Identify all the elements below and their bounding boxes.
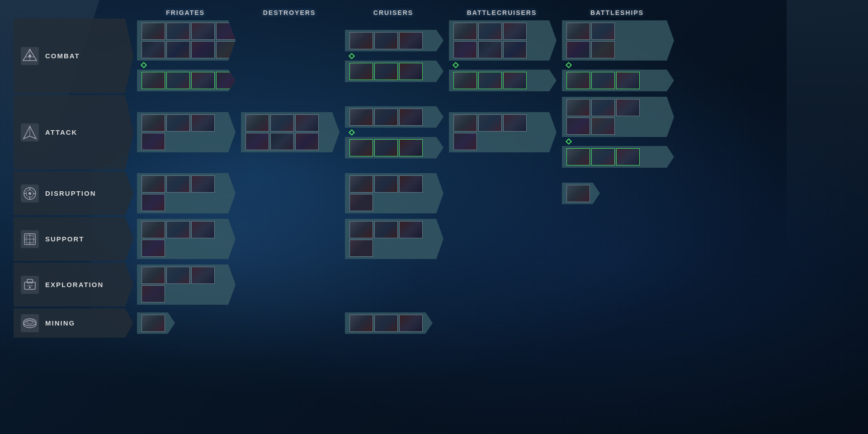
- ship-thumb[interactable]: [270, 133, 294, 150]
- ship-thumb[interactable]: [166, 175, 190, 193]
- ship-thumb[interactable]: [478, 114, 502, 132]
- ship-thumb[interactable]: [216, 41, 240, 58]
- ship-thumb[interactable]: [503, 72, 527, 89]
- ship-thumb[interactable]: [191, 114, 215, 132]
- ship-thumb[interactable]: [166, 41, 190, 58]
- ship-thumb[interactable]: [566, 185, 590, 202]
- ship-thumb[interactable]: [142, 285, 165, 302]
- ship-thumb[interactable]: [142, 41, 165, 58]
- ship-thumb[interactable]: [374, 175, 398, 193]
- ship-thumb[interactable]: [591, 72, 615, 89]
- ship-thumb[interactable]: [374, 108, 398, 126]
- ship-thumb[interactable]: [349, 175, 373, 193]
- ship-thumb[interactable]: [374, 32, 398, 49]
- ship-thumb[interactable]: [374, 63, 398, 80]
- ship-thumb[interactable]: [349, 315, 373, 332]
- ship-thumb[interactable]: [566, 41, 590, 58]
- ship-thumb[interactable]: [591, 99, 615, 116]
- ship-thumb[interactable]: [216, 23, 240, 40]
- ship-thumb[interactable]: [616, 148, 640, 165]
- ship-thumb[interactable]: [349, 240, 373, 257]
- ship-thumb[interactable]: [503, 23, 527, 40]
- ship-thumb[interactable]: [216, 72, 240, 89]
- mining-cruisers-banner: [345, 312, 433, 334]
- ship-thumb[interactable]: [566, 23, 590, 40]
- ship-thumb[interactable]: [142, 133, 165, 150]
- ship-thumb[interactable]: [295, 114, 319, 132]
- ship-thumb[interactable]: [142, 194, 165, 211]
- ship-thumb[interactable]: [142, 315, 165, 332]
- ship-thumb[interactable]: [166, 267, 190, 284]
- ship-thumb[interactable]: [399, 221, 423, 238]
- ship-thumb[interactable]: [349, 108, 373, 126]
- disruption-bs-banner: [562, 183, 600, 204]
- ship-thumb[interactable]: [349, 63, 373, 80]
- ship-thumb[interactable]: [566, 148, 590, 165]
- ship-thumb[interactable]: [453, 114, 477, 132]
- ship-thumb[interactable]: [142, 175, 165, 193]
- col-header-destroyers: DESTROYERS: [237, 9, 341, 16]
- ship-thumb[interactable]: [478, 72, 502, 89]
- ship-thumb[interactable]: [478, 41, 502, 58]
- ship-thumb[interactable]: [349, 139, 373, 156]
- ship-thumb[interactable]: [191, 23, 215, 40]
- ship-thumb[interactable]: [374, 315, 398, 332]
- attack-cruisers-cell: [341, 95, 445, 170]
- ship-thumb[interactable]: [399, 139, 423, 156]
- ship-thumb[interactable]: [245, 133, 269, 150]
- ship-thumb[interactable]: [503, 114, 527, 132]
- ship-thumb[interactable]: [349, 194, 373, 211]
- ship-thumb[interactable]: [295, 133, 319, 150]
- disruption-battlecruisers-cell: [445, 171, 558, 215]
- ship-thumb[interactable]: [478, 23, 502, 40]
- ship-thumb[interactable]: [374, 139, 398, 156]
- ship-thumb[interactable]: [453, 133, 477, 150]
- ship-thumb[interactable]: [142, 23, 165, 40]
- ship-thumb[interactable]: [166, 114, 190, 132]
- ship-thumb[interactable]: [191, 267, 215, 284]
- ship-thumb[interactable]: [399, 175, 423, 193]
- ship-thumb[interactable]: [591, 41, 615, 58]
- ship-thumb[interactable]: [142, 72, 165, 89]
- ship-thumb[interactable]: [399, 32, 423, 49]
- disruption-row: DISRUPTION: [14, 171, 854, 215]
- ship-thumb[interactable]: [142, 114, 165, 132]
- disruption-destroyers-cell: [237, 171, 341, 215]
- ship-thumb[interactable]: [453, 72, 477, 89]
- ship-thumb[interactable]: [191, 41, 215, 58]
- ship-thumb[interactable]: [453, 23, 477, 40]
- ship-thumb[interactable]: [270, 114, 294, 132]
- ship-thumb[interactable]: [591, 148, 615, 165]
- ship-thumb[interactable]: [191, 221, 215, 238]
- ship-thumb[interactable]: [142, 221, 165, 238]
- ship-thumb[interactable]: [166, 72, 190, 89]
- ship-thumb[interactable]: [399, 108, 423, 126]
- ship-thumb[interactable]: [191, 72, 215, 89]
- ship-thumb[interactable]: [166, 23, 190, 40]
- ship-thumb[interactable]: [453, 41, 477, 58]
- ship-thumb[interactable]: [349, 32, 373, 49]
- ship-thumb[interactable]: [399, 63, 423, 80]
- ship-thumb[interactable]: [349, 221, 373, 238]
- ship-thumb[interactable]: [591, 23, 615, 40]
- ship-thumb[interactable]: [142, 267, 165, 284]
- svg-point-4: [28, 55, 31, 57]
- attack-frigates-banner: [137, 112, 236, 152]
- ship-thumb[interactable]: [566, 99, 590, 116]
- exploration-frigates-cell: [133, 263, 237, 307]
- ship-thumb[interactable]: [566, 118, 590, 135]
- ship-thumb[interactable]: [503, 41, 527, 58]
- ship-thumb[interactable]: [399, 315, 423, 332]
- mining-icon: [21, 314, 39, 332]
- ship-thumb[interactable]: [191, 175, 215, 193]
- ship-thumb[interactable]: [591, 118, 615, 135]
- ship-thumb[interactable]: [245, 114, 269, 132]
- ship-thumb[interactable]: [374, 221, 398, 238]
- ship-thumb[interactable]: [166, 221, 190, 238]
- ship-thumb[interactable]: [142, 240, 165, 257]
- ship-thumb[interactable]: [566, 72, 590, 89]
- support-data-cells: [133, 217, 854, 261]
- ship-thumb[interactable]: [616, 72, 640, 89]
- ship-thumb[interactable]: [616, 99, 640, 116]
- main-content: FRIGATES DESTROYERS CRUISERS BATTLECRUIS…: [0, 0, 868, 434]
